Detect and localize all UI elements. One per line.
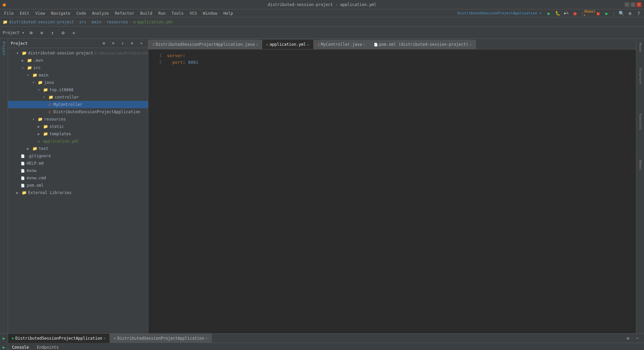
run-config-dropdown[interactable]: DistributedSessionProjectApplication ▾ (458, 11, 542, 15)
run-tab-1[interactable]: ▶ DistributedSessionProjectApplication ✕ (8, 334, 110, 343)
tab-pom-xml[interactable]: 📄 pom.xml (distributed-session-project) … (370, 40, 476, 49)
console-tab-console[interactable]: Console (11, 343, 30, 350)
favorites-tab[interactable]: Favorites (639, 114, 642, 130)
console-tab-label: Console (12, 345, 29, 350)
tab-mycontroller[interactable]: C MyController.java ✕ (314, 40, 370, 49)
jrebel-button[interactable]: JRebel ▾ (586, 9, 594, 17)
maximize-button[interactable]: □ (631, 2, 635, 7)
console-container: Console Endpoints . ____ _ __ _ _ /\\ / … (8, 343, 644, 350)
tree-item-java[interactable]: ▾ 📁 java (8, 79, 148, 86)
menu-window[interactable]: Window (200, 10, 220, 16)
tree-icon-mvnw: 📄 (20, 168, 25, 173)
project-left-tab[interactable]: Project (2, 41, 6, 55)
structure-tab[interactable]: Structure (639, 68, 642, 84)
tree-item-static[interactable]: ▶ 📁 static (8, 123, 148, 130)
jrebel-tab[interactable]: JRebel (639, 159, 642, 170)
tree-item-package[interactable]: ▾ 📁 top.it6666 (8, 86, 148, 94)
tab-close-mainapp[interactable]: ✕ (256, 43, 258, 46)
tree-item-src[interactable]: ▾ 📁 src (8, 64, 148, 71)
toolbar-btn3[interactable]: ↕ (48, 29, 56, 37)
menu-file[interactable]: File (1, 10, 16, 16)
tab-close-appyml[interactable]: ✕ (307, 43, 309, 46)
search-button[interactable]: 🔍 (617, 9, 625, 17)
project-panel-btn1[interactable]: ⊞ (100, 39, 108, 47)
code-editor[interactable]: 1 server: 2 port: 8081 (148, 49, 636, 333)
tree-item-test[interactable]: ▶ 📁 test (8, 145, 148, 152)
minimize-button[interactable]: ─ (625, 2, 629, 7)
project-dropdown[interactable]: Project ▾ (3, 30, 24, 35)
stop-red-button[interactable]: ■ (594, 9, 602, 17)
toolbar-btn1[interactable]: ⊞ (27, 29, 35, 37)
project-panel-gear[interactable]: ⚙ (128, 39, 136, 47)
run-tab-2[interactable]: ▶ DistributedSessionProjectApplication ✕ (110, 334, 212, 343)
project-panel-btn2[interactable]: ≡ (109, 39, 117, 47)
menu-navigate[interactable]: Navigate (48, 10, 73, 16)
run-button[interactable]: ▶ (545, 9, 553, 17)
project-panel-close[interactable]: ✕ (137, 39, 145, 47)
tab-label-appyml: application.yml (270, 42, 306, 47)
tree-item-gitignore[interactable]: 📄 .gitignore (8, 152, 148, 160)
tree-item-controller-pkg[interactable]: ▾ 📁 controller (8, 94, 148, 101)
stop-button[interactable]: ■ (571, 9, 579, 17)
tree-label-gitignore: .gitignore (27, 154, 51, 158)
tab-application-yml[interactable]: ⚙ application.yml ✕ (262, 40, 313, 49)
debug-button[interactable]: 🐛 (554, 9, 562, 17)
nav-application-yml[interactable]: application.yml (137, 20, 173, 24)
tree-item-main[interactable]: ▾ 📁 main (8, 71, 148, 79)
nav-main[interactable]: main (92, 20, 101, 24)
run-jrebel-button[interactable]: ▶ (603, 9, 611, 17)
nav-resources[interactable]: resources (106, 20, 128, 24)
tree-item-mvnwcmd[interactable]: 📄 mvnw.cmd (8, 174, 148, 182)
run-tab2-close[interactable]: ✕ (205, 336, 207, 340)
tree-item-mvnw[interactable]: 📄 mvnw (8, 167, 148, 174)
run-panel-settings[interactable]: ⚙ (624, 334, 632, 342)
toolbar-btn2[interactable]: ≡ (38, 29, 46, 37)
maven-tab[interactable]: Maven (639, 43, 642, 52)
toolbar-settings[interactable]: ⚙ (59, 29, 67, 37)
tree-item-mvn[interactable]: ▶ 📁 .mvn (8, 57, 148, 64)
menu-refactor[interactable]: Refactor (112, 10, 137, 16)
help-icon-button[interactable]: ? (635, 9, 643, 17)
tree-folder-test: 📁 (32, 146, 37, 151)
tree-folder-resources: 📁 (37, 117, 43, 122)
close-button[interactable]: ✕ (637, 2, 641, 7)
menu-analyze[interactable]: Analyze (89, 10, 112, 16)
tab-close-mycontroller[interactable]: ✕ (363, 43, 365, 46)
nav-project[interactable]: distributed-session-project (9, 20, 74, 24)
project-tree: ▾ 📁 distributed-session-project D:\Devel… (8, 48, 148, 333)
tree-item-appyml[interactable]: ⚙ application.yml (8, 138, 148, 145)
run-with-coverage[interactable]: ▶% (562, 9, 571, 17)
tree-item-ext-libs[interactable]: ▶ 📁 External Libraries (8, 189, 148, 196)
tab-close-pomxml[interactable]: ✕ (470, 43, 472, 46)
menu-vcs[interactable]: VCS (187, 10, 200, 16)
run-icon-play[interactable]: ▶ (1, 344, 7, 350)
menu-view[interactable]: View (33, 10, 48, 16)
menu-code[interactable]: Code (74, 10, 89, 16)
menu-build[interactable]: Build (138, 10, 155, 16)
menu-edit[interactable]: Edit (17, 10, 32, 16)
menu-run[interactable]: Run (156, 10, 168, 16)
tree-folder-icon: 📁 (21, 50, 27, 56)
menu-help[interactable]: Help (221, 10, 236, 16)
run-panel-minimize[interactable]: ─ (633, 334, 641, 342)
yaml-key-server: server (167, 53, 183, 58)
yaml-icon-nav: ⚙ (133, 20, 136, 24)
tab-main-app-java[interactable]: C DistributedSessionProjectApplication.j… (148, 40, 262, 49)
tree-item-resources[interactable]: ▾ 📁 resources (8, 116, 148, 123)
tree-label-pomxml: pom.xml (27, 183, 44, 188)
settings-button[interactable]: ⚙ (626, 9, 634, 17)
nav-src[interactable]: src (79, 20, 87, 24)
tree-item-templates[interactable]: ▶ 📁 templates (8, 130, 148, 138)
tree-item-helpmd[interactable]: 📄 HELP.md (8, 160, 148, 167)
tree-item-project[interactable]: ▾ 📁 distributed-session-project D:\Devel… (8, 49, 148, 57)
project-panel-btn3[interactable]: ↕ (119, 39, 127, 47)
toolbar-close[interactable]: ✕ (70, 29, 78, 37)
editor-tabs: C DistributedSessionProjectApplication.j… (148, 39, 636, 49)
menu-tools[interactable]: Tools (169, 10, 186, 16)
tree-item-pomxml[interactable]: 📄 pom.xml (8, 182, 148, 189)
right-sidebar: Maven Structure Favorites JRebel (636, 39, 644, 333)
console-tab-endpoints[interactable]: Endpoints (36, 343, 60, 350)
tree-item-mainapp[interactable]: C DistributedSessionProjectApplication (8, 108, 148, 116)
tree-item-mycontroller[interactable]: C MyController (8, 101, 148, 108)
run-tab1-close[interactable]: ✕ (104, 336, 106, 340)
